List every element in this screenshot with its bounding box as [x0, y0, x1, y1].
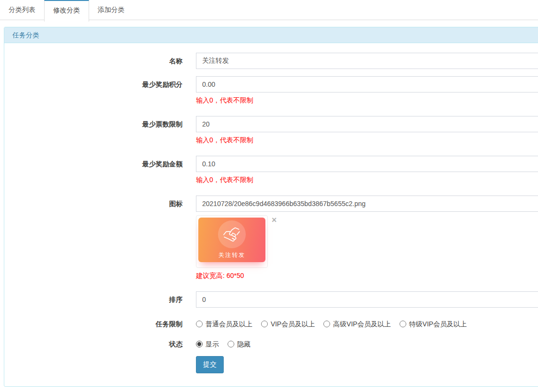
status-option-hide-text: 隐藏 — [237, 339, 251, 349]
task-limit-option-senior-vip[interactable]: 高级VIP会员及以上 — [323, 319, 391, 329]
tab-modify-category[interactable]: 修改分类 — [44, 0, 89, 22]
task-limit-option-vip-text: VIP会员及以上 — [271, 319, 315, 329]
form-row-sort: 排序 — [4, 291, 538, 308]
min-amount-label: 最少奖励金额 — [4, 156, 183, 184]
task-limit-option-senior-vip-text: 高级VIP会员及以上 — [333, 319, 391, 329]
task-category-panel: 任务分类 名称 最少奖励积分 输入0，代表不限制 最少票数限制 输入0，代表不限… — [4, 27, 538, 387]
min-points-label: 最少奖励积分 — [4, 76, 183, 104]
icon-preview-card: 关注转发 — [198, 218, 265, 262]
status-radio-show[interactable] — [196, 341, 203, 347]
form-row-task-limit: 任务限制 普通会员及以上 VIP会员及以上 高级VIP会员及以上 特级VIP会员… — [4, 319, 538, 329]
task-limit-radio-vip[interactable] — [261, 321, 268, 327]
task-limit-option-normal[interactable]: 普通会员及以上 — [196, 319, 252, 329]
form-row-status: 状态 显示 隐藏 — [4, 339, 538, 349]
form-row-min-points: 最少奖励积分 输入0，代表不限制 — [4, 76, 538, 104]
min-votes-label: 最少票数限制 — [4, 116, 183, 144]
task-limit-option-super-vip[interactable]: 特级VIP会员及以上 — [400, 319, 467, 329]
icon-hint: 建议宽高: 60*50 — [196, 272, 538, 280]
sort-input[interactable] — [196, 291, 538, 308]
submit-button[interactable]: 提交 — [196, 356, 224, 373]
min-votes-input[interactable] — [196, 116, 538, 132]
remove-image-icon[interactable]: × — [272, 216, 277, 224]
task-limit-radio-senior-vip[interactable] — [323, 321, 330, 327]
task-limit-label: 任务限制 — [4, 319, 183, 329]
form-row-min-votes: 最少票数限制 输入0，代表不限制 — [4, 116, 538, 144]
task-limit-radio-normal[interactable] — [196, 321, 203, 327]
status-radio-hide[interactable] — [228, 341, 234, 347]
form-row-submit: 提交 — [4, 356, 538, 373]
task-limit-option-super-vip-text: 特级VIP会员及以上 — [409, 319, 467, 329]
min-amount-hint: 输入0，代表不限制 — [196, 176, 538, 184]
status-option-hide[interactable]: 隐藏 — [228, 339, 251, 349]
status-option-show-text: 显示 — [206, 339, 219, 349]
min-points-input[interactable] — [196, 76, 538, 92]
icon-label: 图标 — [4, 196, 183, 280]
status-label: 状态 — [4, 339, 183, 349]
min-points-hint: 输入0，代表不限制 — [196, 96, 538, 104]
form-row-min-amount: 最少奖励金额 输入0，代表不限制 — [4, 156, 538, 184]
tab-add-category[interactable]: 添加分类 — [89, 0, 133, 20]
name-label: 名称 — [4, 53, 183, 69]
panel-title: 任务分类 — [4, 27, 538, 43]
status-option-show[interactable]: 显示 — [196, 339, 219, 349]
sort-label: 排序 — [4, 291, 183, 308]
icon-path-input[interactable] — [196, 196, 538, 212]
form-row-name: 名称 — [4, 53, 538, 69]
form-row-icon: 图标 — [4, 196, 538, 280]
task-limit-option-normal-text: 普通会员及以上 — [206, 319, 252, 329]
tab-bar: 分类列表 修改分类 添加分类 — [0, 0, 538, 20]
name-input[interactable] — [196, 53, 538, 69]
submit-spacer — [4, 356, 183, 373]
task-limit-option-vip[interactable]: VIP会员及以上 — [261, 319, 315, 329]
tab-category-list[interactable]: 分类列表 — [0, 0, 44, 20]
icon-preview-text: 关注转发 — [218, 251, 245, 259]
task-limit-radio-super-vip[interactable] — [400, 321, 406, 327]
icon-preview-box: 关注转发 — [196, 215, 268, 268]
panel-body: 名称 最少奖励积分 输入0，代表不限制 最少票数限制 输入0，代表不限制 最少奖… — [4, 43, 538, 373]
min-votes-hint: 输入0，代表不限制 — [196, 136, 538, 144]
handshake-icon — [218, 220, 246, 248]
min-amount-input[interactable] — [196, 156, 538, 172]
